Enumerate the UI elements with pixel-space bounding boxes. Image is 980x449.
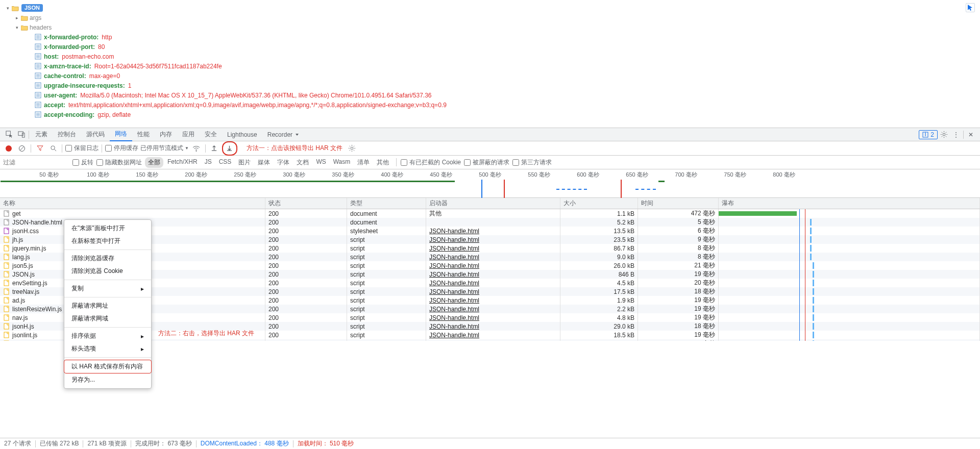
status-bar: 27 个请求 已传输 272 kB 271 kB 项资源 完成用时： 673 毫… [0,438,980,449]
col-initiator[interactable]: 启动器 [426,198,560,209]
expand-icon[interactable]: ▸ [14,15,19,20]
initiator-link[interactable]: JSON-handle.html [429,288,479,295]
filter-tag[interactable]: 字体 [274,157,292,168]
upload-icon[interactable] [209,143,220,154]
gear-icon[interactable] [938,129,950,141]
svg-line-45 [54,149,56,151]
inspect-icon[interactable] [3,129,15,141]
initiator-link[interactable]: JSON-handle.html [429,323,479,330]
collapse-icon[interactable]: ▾ [5,6,10,11]
initiator-link[interactable]: JSON-handle.html [429,340,479,341]
throttle-dropdown[interactable]: 已停用节流模式▼ [140,144,189,153]
pointer-icon[interactable] [966,3,975,12]
tab[interactable]: 内存 [155,128,177,141]
filter-tag[interactable]: 其他 [374,157,392,168]
filter-input[interactable] [3,159,69,166]
col-type[interactable]: 类型 [347,198,426,209]
ctx-block-url[interactable]: 屏蔽请求网址 [64,300,151,312]
more-icon[interactable]: ⋮ [950,129,962,141]
initiator-link[interactable]: JSON-handle.html [429,314,479,321]
json-root-badge[interactable]: JSON [21,4,43,12]
ctx-clear-cache[interactable]: 清除浏览器缓存 [64,252,151,265]
tab[interactable]: 控制台 [53,128,81,141]
initiator-link[interactable]: JSON-handle.html [429,254,479,261]
filter-tag[interactable]: Fetch/XHR [164,157,201,168]
tab[interactable]: Recorder [262,128,298,141]
wifi-icon[interactable] [191,143,202,154]
filter-tag[interactable]: Wasm [330,157,354,168]
ctx-clear-cookie[interactable]: 清除浏览器 Cookie [64,265,151,278]
tab[interactable]: 安全 [200,128,222,141]
tree-item[interactable]: host :postman-echo.com [5,52,975,61]
args-node[interactable]: args [30,14,41,21]
ctx-block-domain[interactable]: 屏蔽请求网域 [64,312,151,325]
filter-tag[interactable]: 文档 [293,157,312,168]
col-time[interactable]: 时间 [638,198,719,209]
tab[interactable]: 源代码 [81,128,110,141]
tree-item[interactable]: accept-encoding :gzip, deflate [5,110,975,119]
col-name[interactable]: 名称 [0,198,265,209]
filter-tag[interactable]: WS [313,157,329,168]
initiator-link[interactable]: JSON-handle.html [429,271,479,278]
download-har-button[interactable] [224,143,235,154]
filter-tag[interactable]: 清单 [354,157,373,168]
tree-item[interactable]: accept :text/html,application/xhtml+xml,… [5,100,975,110]
issues-badge[interactable]: i 2 [919,130,938,139]
filter-tag[interactable]: CSS [216,157,235,168]
tab[interactable]: 网络 [110,128,132,141]
col-status[interactable]: 状态 [265,198,347,209]
filter-tag[interactable]: 图片 [235,157,254,168]
tree-item[interactable]: upgrade-insecure-requests :1 [5,81,975,90]
tree-item[interactable]: cache-control :max-age=0 [5,71,975,81]
ctx-header-opts[interactable]: 标头选项▸ [64,342,151,355]
file-icon [35,102,42,109]
filter-icon[interactable] [34,143,45,154]
filter-tag[interactable]: 媒体 [255,157,273,168]
invert-checkbox[interactable]: 反转 [72,158,93,167]
preserve-log-checkbox[interactable]: 保留日志 [65,144,99,153]
initiator-link[interactable]: JSON-handle.html [429,236,479,243]
close-icon[interactable]: ✕ [965,129,977,141]
timeline-overview[interactable]: 50 毫秒100 毫秒150 毫秒200 毫秒250 毫秒300 毫秒350 毫… [0,169,980,198]
tree-item[interactable]: x-forwarded-port :80 [5,42,975,52]
ctx-sort-by[interactable]: 排序依据▸ [64,330,151,342]
col-waterfall[interactable]: 瀑布 [719,198,980,209]
ctx-open-new-tab[interactable]: 在新标签页中打开 [64,235,151,247]
hide-data-checkbox[interactable]: 隐藏数据网址 [96,158,142,167]
ctx-save-as[interactable]: 另存为... [64,373,151,386]
gear-icon[interactable] [347,143,358,154]
tab[interactable]: 性能 [132,128,155,141]
tab[interactable]: Lighthouse [222,128,262,141]
tree-item[interactable]: user-agent :Mozilla/5.0 (Macintosh; Inte… [5,90,975,100]
disable-cache-checkbox[interactable]: 停用缓存 [105,144,138,153]
tree-item[interactable]: x-amzn-trace-id :Root=1-62a04425-3d56f75… [5,61,975,71]
initiator-link[interactable]: JSON-handle.html [429,228,479,235]
initiator-link[interactable]: JSON-handle.html [429,297,479,304]
record-button[interactable] [3,143,14,154]
file-icon [35,82,42,89]
initiator-link[interactable]: JSON-handle.html [429,245,479,252]
ctx-save-har[interactable]: 以 HAR 格式保存所有内容 [64,360,151,373]
third-party-checkbox[interactable]: 第三方请求 [512,158,552,167]
ctx-copy[interactable]: 复制▸ [64,282,151,295]
tree-item[interactable]: x-forwarded-proto :http [5,32,975,42]
tab[interactable]: 应用 [177,128,200,141]
device-icon[interactable] [15,129,28,141]
tab[interactable]: 元素 [30,128,53,141]
filter-tag[interactable]: JS [202,157,215,168]
initiator-link[interactable]: JSON-handle.html [429,332,479,339]
clear-button[interactable] [16,143,28,154]
search-icon[interactable] [47,143,59,154]
initiator-link[interactable]: JSON-handle.html [429,306,479,313]
blocked-req-checkbox[interactable]: 被屏蔽的请求 [464,158,509,167]
headers-node[interactable]: headers [30,24,52,31]
table-row[interactable]: get200document其他1.1 kB472 毫秒 [0,209,980,218]
initiator-link[interactable]: JSON-handle.html [429,262,479,269]
initiator-link[interactable]: JSON-handle.html [429,280,479,287]
col-size[interactable]: 大小 [560,198,638,209]
filter-tag[interactable]: 全部 [145,157,163,168]
blocked-cookies-checkbox[interactable]: 有已拦截的 Cookie [401,158,461,167]
ctx-open-sources[interactable]: 在"来源"面板中打开 [64,222,151,235]
file-type-icon [3,323,10,330]
collapse-icon[interactable]: ▾ [14,25,19,30]
